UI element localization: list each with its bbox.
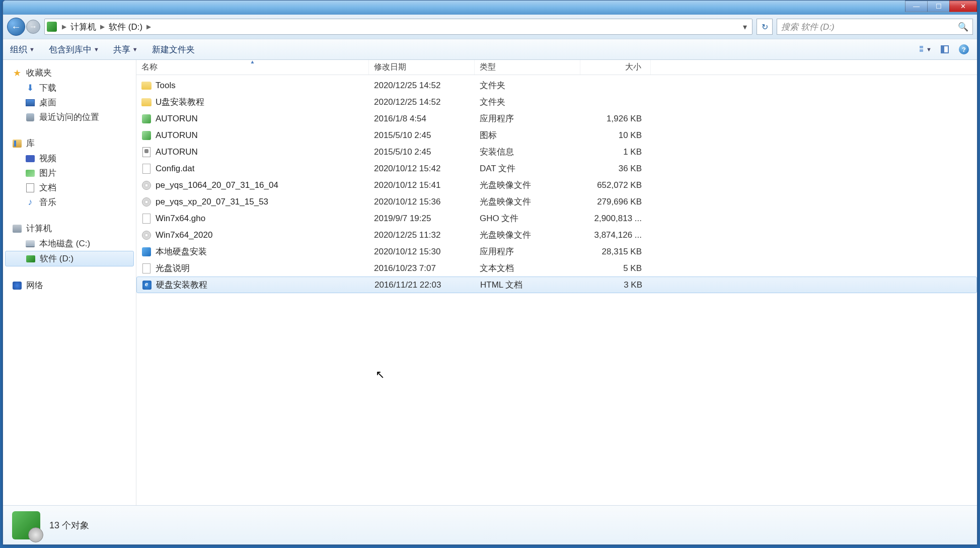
file-type: 图标 — [475, 129, 580, 141]
file-date: 2020/10/12 15:30 — [369, 247, 475, 257]
sidebar-item-downloads[interactable]: ⬇ 下载 — [3, 81, 136, 95]
navigation-sidebar: ★ 收藏夹 ⬇ 下载 桌面 最近访问的位置 — [3, 60, 136, 505]
file-row[interactable]: Tools2020/12/25 14:52文件夹 — [136, 77, 977, 94]
file-date: 2020/10/12 15:42 — [369, 164, 475, 174]
chevron-down-icon: ▼ — [132, 46, 138, 52]
sidebar-computer[interactable]: 计算机 — [3, 221, 136, 236]
refresh-button[interactable]: ↻ — [757, 19, 773, 35]
file-name: Config.dat — [156, 164, 195, 174]
ico-icon — [141, 130, 152, 141]
file-list-area: ▲ 名称 修改日期 类型 大小 Tools2020/12/25 14:52文件夹… — [136, 60, 977, 505]
new-folder-button[interactable]: 新建文件夹 — [152, 44, 195, 55]
sidebar-network[interactable]: 网络 — [3, 278, 136, 293]
statusbar: 13 个对象 — [3, 505, 977, 544]
sidebar-libraries[interactable]: 库 — [3, 135, 136, 151]
file-row[interactable]: AUTORUN2016/1/8 4:54应用程序1,926 KB — [136, 110, 977, 127]
file-name: AUTORUN — [156, 130, 198, 141]
sidebar-item-documents[interactable]: 文档 — [3, 180, 136, 195]
sidebar-item-drive-d[interactable]: 软件 (D:) — [5, 251, 134, 266]
computer-icon — [13, 225, 22, 233]
file-type: HTML 文档 — [475, 279, 581, 291]
library-icon — [13, 140, 22, 148]
file-row[interactable]: U盘安装教程2020/12/25 14:52文件夹 — [136, 94, 977, 110]
file-date: 2020/12/25 14:52 — [369, 97, 475, 107]
column-modified[interactable]: 修改日期 — [369, 60, 475, 75]
view-mode-button[interactable]: ▼ — [920, 43, 932, 55]
address-bar[interactable]: ▶ 计算机 ▶ 软件 (D:) ▶ ▾ — [44, 19, 752, 35]
sidebar-item-desktop[interactable]: 桌面 — [3, 95, 136, 110]
file-row[interactable]: 硬盘安装教程2016/11/21 22:03HTML 文档3 KB — [136, 277, 977, 293]
file-row[interactable]: Win7x64_20202020/12/25 11:32光盘映像文件3,874,… — [136, 227, 977, 243]
iso-icon — [141, 197, 152, 207]
file-size: 3 KB — [581, 280, 651, 290]
drive-status-icon — [12, 511, 40, 539]
recent-icon — [26, 113, 34, 121]
titlebar[interactable]: — ☐ ✕ — [3, 1, 977, 15]
file-size: 279,696 KB — [580, 197, 651, 207]
breadcrumb: ▶ 计算机 ▶ 软件 (D:) ▶ — [60, 21, 153, 33]
file-name: pe_yqs_1064_20_07_31_16_04 — [156, 180, 278, 190]
sidebar-item-recent[interactable]: 最近访问的位置 — [3, 110, 136, 124]
file-name: pe_yqs_xp_20_07_31_15_53 — [156, 197, 268, 207]
close-button[interactable]: ✕ — [949, 1, 977, 12]
toolbar-right: ▼ ? — [920, 43, 970, 55]
file-date: 2020/10/12 15:41 — [369, 180, 475, 190]
minimize-button145[interactable]: — — [905, 1, 928, 12]
share-button[interactable]: 共享 ▼ — [113, 44, 138, 55]
include-library-button[interactable]: 包含到库中 ▼ — [49, 44, 99, 55]
file-list: Tools2020/12/25 14:52文件夹U盘安装教程2020/12/25… — [136, 75, 977, 295]
file-row[interactable]: 光盘说明2016/10/23 7:07文本文档5 KB — [136, 260, 977, 277]
file-type: 安装信息 — [475, 146, 580, 158]
file-type: DAT 文件 — [475, 163, 580, 174]
sidebar-item-pictures[interactable]: 图片 — [3, 166, 136, 180]
file-row[interactable]: AUTORUN2015/5/10 2:45安装信息1 KB — [136, 144, 977, 160]
txt-icon — [141, 263, 152, 273]
sidebar-favorites[interactable]: ★ 收藏夹 — [3, 65, 136, 81]
forward-button[interactable]: → — [26, 20, 40, 34]
search-input[interactable]: 搜索 软件 (D:) 🔍 — [777, 19, 973, 35]
file-type: 应用程序 — [475, 246, 580, 257]
file-name: AUTORUN — [156, 114, 198, 124]
address-dropdown[interactable]: ▾ — [740, 22, 750, 32]
file-row[interactable]: 本地硬盘安装2020/10/12 15:30应用程序28,315 KB — [136, 243, 977, 260]
explorer-window: — ☐ ✕ ← → ▶ 计算机 ▶ 软件 (D:) ▶ ▾ ↻ 搜索 软件 (D… — [3, 0, 977, 545]
drive-icon — [47, 22, 57, 32]
chevron-right-icon[interactable]: ▶ — [144, 23, 153, 30]
file-row[interactable]: AUTORUN2015/5/10 2:45图标10 KB — [136, 127, 977, 144]
search-icon[interactable]: 🔍 — [958, 22, 968, 32]
file-name: AUTORUN — [156, 147, 198, 157]
breadcrumb-drive[interactable]: 软件 (D:) — [107, 21, 144, 33]
column-type[interactable]: 类型 — [475, 60, 580, 75]
file-size: 28,315 KB — [580, 247, 651, 257]
chevron-right-icon[interactable]: ▶ — [98, 23, 107, 30]
breadcrumb-computer[interactable]: 计算机 — [68, 21, 98, 33]
file-row[interactable]: pe_yqs_xp_20_07_31_15_532020/10/12 15:36… — [136, 193, 977, 210]
file-name: Win7x64.gho — [156, 214, 205, 224]
chevron-down-icon: ▼ — [94, 46, 99, 52]
organize-button[interactable]: 组织 ▼ — [10, 44, 35, 55]
sidebar-item-drive-c[interactable]: 本地磁盘 (C:) — [3, 236, 136, 251]
file-row[interactable]: pe_yqs_1064_20_07_31_16_042020/10/12 15:… — [136, 177, 977, 193]
file-date: 2020/10/12 15:36 — [369, 197, 475, 207]
preview-pane-button[interactable] — [939, 43, 951, 55]
exe-icon — [141, 114, 152, 124]
column-size[interactable]: 大小 — [580, 60, 651, 75]
sidebar-libraries-group: 库 视频 图片 文档 ♪ 音乐 — [3, 135, 136, 210]
maximize-button[interactable]: ☐ — [927, 1, 950, 12]
file-row[interactable]: Win7x64.gho2019/9/7 19:25GHO 文件2,900,813… — [136, 210, 977, 227]
column-name[interactable]: ▲ 名称 — [136, 60, 369, 75]
file-name: 本地硬盘安装 — [156, 246, 207, 257]
file-name: 光盘说明 — [156, 262, 190, 274]
help-button[interactable]: ? — [958, 43, 970, 55]
file-row[interactable]: Config.dat2020/10/12 15:42DAT 文件36 KB — [136, 160, 977, 177]
file-name: Win7x64_2020 — [156, 230, 212, 240]
sidebar-item-videos[interactable]: 视频 — [3, 151, 136, 166]
back-button[interactable]: ← — [7, 18, 25, 36]
chevron-right-icon[interactable]: ▶ — [60, 23, 68, 30]
sidebar-item-music[interactable]: ♪ 音乐 — [3, 195, 136, 210]
sort-ascending-icon: ▲ — [250, 60, 255, 64]
document-icon — [26, 183, 34, 192]
list-view-icon — [920, 46, 923, 53]
file-size: 10 KB — [580, 130, 651, 141]
file-size: 1,926 KB — [580, 114, 651, 124]
